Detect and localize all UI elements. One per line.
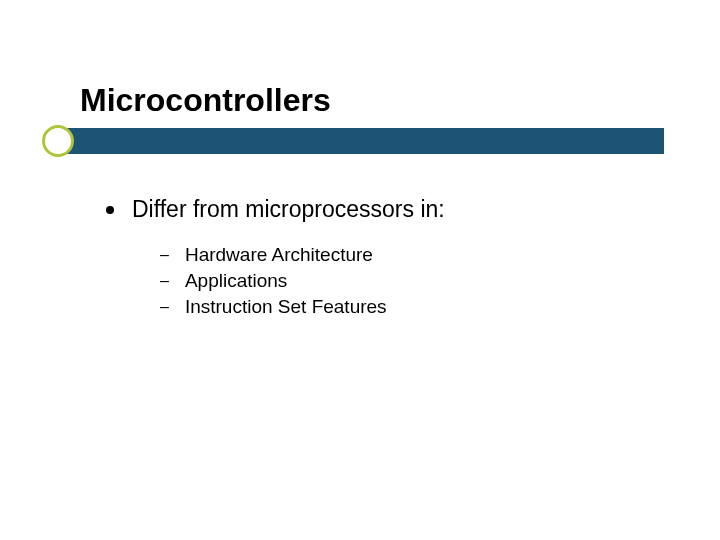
sub-bullet-list: – Hardware Architecture – Applications –… <box>160 244 387 322</box>
accent-circle-icon <box>42 125 74 157</box>
main-bullet-text: Differ from microprocessors in: <box>132 196 445 223</box>
title-underline-bar <box>56 128 664 154</box>
dash-icon: – <box>160 246 169 264</box>
main-bullet-row: Differ from microprocessors in: <box>106 196 445 223</box>
list-item: – Applications <box>160 270 387 292</box>
sub-item-text: Hardware Architecture <box>185 244 373 266</box>
bullet-dot-icon <box>106 206 114 214</box>
sub-item-text: Instruction Set Features <box>185 296 387 318</box>
slide-title: Microcontrollers <box>80 82 331 119</box>
sub-item-text: Applications <box>185 270 287 292</box>
dash-icon: – <box>160 298 169 316</box>
dash-icon: – <box>160 272 169 290</box>
list-item: – Instruction Set Features <box>160 296 387 318</box>
list-item: – Hardware Architecture <box>160 244 387 266</box>
